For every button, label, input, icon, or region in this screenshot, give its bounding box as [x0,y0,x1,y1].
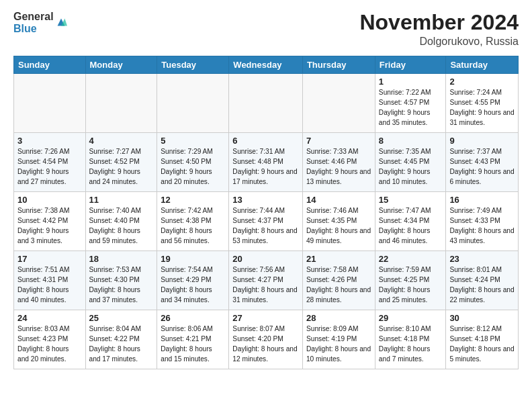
day-info: Sunrise: 7:47 AM Sunset: 4:34 PM Dayligh… [379,206,443,246]
day-number: 8 [379,136,443,146]
day-info: Sunrise: 7:38 AM Sunset: 4:42 PM Dayligh… [17,206,82,246]
calendar-cell: 11Sunrise: 7:40 AM Sunset: 4:40 PM Dayli… [85,192,157,251]
day-number: 7 [306,136,371,146]
day-info: Sunrise: 7:49 AM Sunset: 4:33 PM Dayligh… [449,206,515,246]
day-info: Sunrise: 7:58 AM Sunset: 4:26 PM Dayligh… [306,265,371,305]
day-number: 2 [449,77,515,87]
calendar-cell: 3Sunrise: 7:26 AM Sunset: 4:54 PM Daylig… [14,133,86,192]
day-info: Sunrise: 8:10 AM Sunset: 4:18 PM Dayligh… [379,324,443,364]
day-info: Sunrise: 8:12 AM Sunset: 4:18 PM Dayligh… [449,324,515,364]
calendar-cell: 16Sunrise: 7:49 AM Sunset: 4:33 PM Dayli… [446,192,519,251]
day-info: Sunrise: 7:40 AM Sunset: 4:40 PM Dayligh… [89,206,154,246]
day-info: Sunrise: 7:46 AM Sunset: 4:35 PM Dayligh… [306,206,371,246]
day-number: 28 [306,313,371,323]
day-info: Sunrise: 8:01 AM Sunset: 4:24 PM Dayligh… [449,265,515,305]
day-number: 10 [17,195,82,205]
day-info: Sunrise: 7:31 AM Sunset: 4:48 PM Dayligh… [232,147,299,187]
calendar-cell: 27Sunrise: 8:07 AM Sunset: 4:20 PM Dayli… [229,310,303,369]
day-number: 12 [161,195,225,205]
weekday-header-monday: Monday [85,56,157,74]
day-info: Sunrise: 7:56 AM Sunset: 4:27 PM Dayligh… [232,265,299,305]
calendar-cell: 17Sunrise: 7:51 AM Sunset: 4:31 PM Dayli… [14,251,86,310]
day-number: 5 [161,136,225,146]
calendar-cell: 6Sunrise: 7:31 AM Sunset: 4:48 PM Daylig… [229,133,303,192]
calendar-cell: 14Sunrise: 7:46 AM Sunset: 4:35 PM Dayli… [302,192,375,251]
location: Dolgorukovo, Russia [359,36,519,48]
calendar-table: SundayMondayTuesdayWednesdayThursdayFrid… [13,56,519,369]
day-info: Sunrise: 7:24 AM Sunset: 4:55 PM Dayligh… [449,88,515,128]
day-number: 4 [89,136,154,146]
day-info: Sunrise: 7:29 AM Sunset: 4:50 PM Dayligh… [161,147,225,187]
weekday-header-friday: Friday [375,56,446,74]
day-info: Sunrise: 8:07 AM Sunset: 4:20 PM Dayligh… [232,324,299,364]
logo-icon [55,16,67,28]
weekday-header-sunday: Sunday [14,56,86,74]
day-number: 30 [449,313,515,323]
day-info: Sunrise: 7:35 AM Sunset: 4:45 PM Dayligh… [379,147,443,187]
day-number: 13 [232,195,299,205]
day-number: 11 [89,195,154,205]
day-number: 29 [379,313,443,323]
day-number: 24 [17,313,82,323]
calendar-cell [157,74,229,133]
day-info: Sunrise: 8:03 AM Sunset: 4:23 PM Dayligh… [17,324,82,364]
day-number: 16 [449,195,515,205]
day-number: 25 [89,313,154,323]
day-number: 22 [379,254,443,264]
calendar-cell: 23Sunrise: 8:01 AM Sunset: 4:24 PM Dayli… [446,251,519,310]
day-number: 27 [232,313,299,323]
day-info: Sunrise: 7:27 AM Sunset: 4:52 PM Dayligh… [89,147,154,187]
page: General Blue November 2024 Dolgorukovo, … [0,0,532,411]
month-title: November 2024 [359,11,519,34]
day-number: 21 [306,254,371,264]
weekday-header-saturday: Saturday [446,56,519,74]
day-number: 17 [17,254,82,264]
calendar-cell: 5Sunrise: 7:29 AM Sunset: 4:50 PM Daylig… [157,133,229,192]
calendar-cell [85,74,157,133]
day-number: 6 [232,136,299,146]
calendar-cell: 28Sunrise: 8:09 AM Sunset: 4:19 PM Dayli… [302,310,375,369]
calendar-cell: 24Sunrise: 8:03 AM Sunset: 4:23 PM Dayli… [14,310,86,369]
day-number: 23 [449,254,515,264]
day-info: Sunrise: 8:04 AM Sunset: 4:22 PM Dayligh… [89,324,154,364]
calendar-cell: 30Sunrise: 8:12 AM Sunset: 4:18 PM Dayli… [446,310,519,369]
calendar-cell: 25Sunrise: 8:04 AM Sunset: 4:22 PM Dayli… [85,310,157,369]
logo-general-text: General [13,11,54,23]
day-number: 14 [306,195,371,205]
day-number: 1 [379,77,443,87]
day-info: Sunrise: 7:37 AM Sunset: 4:43 PM Dayligh… [449,147,515,187]
day-info: Sunrise: 7:54 AM Sunset: 4:29 PM Dayligh… [161,265,225,305]
day-number: 20 [232,254,299,264]
calendar-cell: 2Sunrise: 7:24 AM Sunset: 4:55 PM Daylig… [446,74,519,133]
calendar-cell: 22Sunrise: 7:59 AM Sunset: 4:25 PM Dayli… [375,251,446,310]
day-info: Sunrise: 7:44 AM Sunset: 4:37 PM Dayligh… [232,206,299,246]
title-block: November 2024 Dolgorukovo, Russia [359,11,519,48]
day-number: 19 [161,254,225,264]
calendar-cell: 18Sunrise: 7:53 AM Sunset: 4:30 PM Dayli… [85,251,157,310]
day-number: 9 [449,136,515,146]
calendar-cell: 10Sunrise: 7:38 AM Sunset: 4:42 PM Dayli… [14,192,86,251]
calendar-cell: 29Sunrise: 8:10 AM Sunset: 4:18 PM Dayli… [375,310,446,369]
calendar-cell: 13Sunrise: 7:44 AM Sunset: 4:37 PM Dayli… [229,192,303,251]
calendar-cell [229,74,303,133]
day-number: 18 [89,254,154,264]
day-info: Sunrise: 7:33 AM Sunset: 4:46 PM Dayligh… [306,147,371,187]
calendar-cell [14,74,86,133]
calendar-cell: 15Sunrise: 7:47 AM Sunset: 4:34 PM Dayli… [375,192,446,251]
calendar-cell: 19Sunrise: 7:54 AM Sunset: 4:29 PM Dayli… [157,251,229,310]
day-number: 3 [17,136,82,146]
weekday-header-wednesday: Wednesday [229,56,303,74]
day-info: Sunrise: 7:53 AM Sunset: 4:30 PM Dayligh… [89,265,154,305]
day-info: Sunrise: 7:22 AM Sunset: 4:57 PM Dayligh… [379,88,443,128]
calendar-cell: 1Sunrise: 7:22 AM Sunset: 4:57 PM Daylig… [375,74,446,133]
day-number: 26 [161,313,225,323]
day-info: Sunrise: 7:51 AM Sunset: 4:31 PM Dayligh… [17,265,82,305]
day-info: Sunrise: 7:42 AM Sunset: 4:38 PM Dayligh… [161,206,225,246]
day-info: Sunrise: 8:06 AM Sunset: 4:21 PM Dayligh… [161,324,225,364]
day-info: Sunrise: 7:26 AM Sunset: 4:54 PM Dayligh… [17,147,82,187]
calendar-cell: 8Sunrise: 7:35 AM Sunset: 4:45 PM Daylig… [375,133,446,192]
day-number: 15 [379,195,443,205]
header: General Blue November 2024 Dolgorukovo, … [13,11,519,48]
weekday-header-thursday: Thursday [302,56,375,74]
logo-blue-text: Blue [13,23,54,35]
